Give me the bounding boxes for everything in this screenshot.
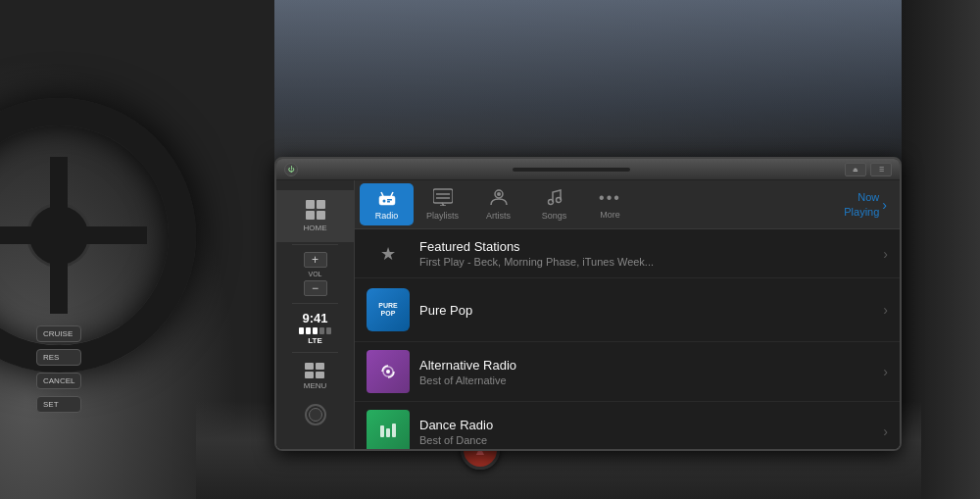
svg-rect-4 bbox=[387, 199, 392, 201]
tab-radio[interactable]: Radio bbox=[360, 183, 414, 225]
sidebar-item-menu[interactable]: MENU bbox=[276, 355, 354, 398]
featured-info: Featured Stations First Play - Beck, Mor… bbox=[419, 239, 873, 268]
spoke-vertical bbox=[50, 157, 68, 314]
alt-radio-thumbnail bbox=[367, 350, 410, 393]
tab-more-label: More bbox=[600, 210, 620, 220]
eject-button[interactable]: ⏏ bbox=[845, 163, 866, 176]
radio-icon bbox=[376, 188, 398, 206]
now-playing-chevron-icon: › bbox=[882, 197, 887, 213]
bezel-top-bar: ⏻ ⏏ ☰ bbox=[276, 159, 900, 180]
songs-svg-icon bbox=[545, 188, 564, 206]
dance-radio-chevron-icon: › bbox=[883, 424, 888, 439]
svg-rect-0 bbox=[379, 196, 395, 205]
home-circle-inner bbox=[309, 408, 322, 422]
tab-more[interactable]: ••• More bbox=[583, 184, 637, 225]
pure-pop-title: Pure Pop bbox=[419, 303, 873, 318]
home-circle-button[interactable] bbox=[305, 404, 326, 425]
menu-row-2 bbox=[305, 372, 326, 378]
playlists-icon bbox=[433, 188, 453, 208]
dance-radio-thumb-icon bbox=[376, 420, 400, 443]
tab-artists[interactable]: Artists bbox=[471, 183, 525, 225]
list-item-pure-pop[interactable]: PURE POP Pure Pop › bbox=[355, 278, 900, 342]
cancel-btn[interactable]: CANCEL bbox=[36, 373, 81, 389]
featured-subtitle: First Play - Beck, Morning Phase, iTunes… bbox=[419, 256, 873, 268]
menu-sq-4 bbox=[316, 372, 324, 378]
more-icon: ••• bbox=[599, 189, 621, 207]
tab-playlists[interactable]: Playlists bbox=[416, 183, 469, 225]
svg-rect-18 bbox=[386, 428, 390, 437]
head-unit: ⏻ ⏏ ☰ HOME + bbox=[274, 157, 902, 451]
svg-line-2 bbox=[391, 192, 393, 196]
bar-5 bbox=[326, 327, 331, 334]
tab-songs[interactable]: Songs bbox=[527, 183, 581, 225]
svg-point-3 bbox=[382, 200, 385, 203]
bar-2 bbox=[306, 327, 311, 334]
set-btn[interactable]: SET bbox=[36, 396, 81, 413]
now-playing-line2: Playing bbox=[844, 205, 879, 219]
radio-icon-wrapper bbox=[376, 188, 398, 208]
bar-1 bbox=[299, 327, 304, 334]
menu-sq-2 bbox=[316, 363, 324, 370]
svg-rect-5 bbox=[387, 201, 390, 203]
screen: HOME + VOL − 9:41 bbox=[276, 180, 900, 449]
power-button[interactable]: ⏻ bbox=[284, 163, 298, 176]
list-item-dance-radio[interactable]: Dance Radio Best of Dance › bbox=[355, 402, 900, 449]
volume-up-button[interactable]: + bbox=[304, 252, 327, 268]
alt-radio-thumb-icon bbox=[376, 360, 400, 383]
pure-pop-info: Pure Pop bbox=[419, 303, 873, 318]
svg-point-14 bbox=[556, 198, 561, 203]
dashboard: CRUISE RES CANCEL SET ▲ ⏻ ⏏ ☰ bbox=[0, 0, 980, 499]
list-item-alt-radio[interactable]: Alternative Radio Best of Alternative › bbox=[355, 342, 900, 402]
now-playing-line1: Now bbox=[844, 190, 879, 204]
time-display: 9:41 bbox=[299, 311, 331, 325]
nav-tabs-bar: Radio Playlis bbox=[355, 180, 900, 229]
dance-radio-title: Dance Radio bbox=[419, 418, 873, 432]
alt-radio-info: Alternative Radio Best of Alternative bbox=[419, 358, 873, 386]
cruise-label: CRUISE bbox=[36, 325, 81, 342]
home-grid-icon bbox=[306, 200, 325, 220]
spoke-horizontal bbox=[0, 226, 147, 244]
svg-point-12 bbox=[497, 192, 501, 196]
menu-grid-icon bbox=[305, 363, 326, 378]
dance-radio-subtitle: Best of Dance bbox=[419, 434, 873, 446]
steering-wheel bbox=[0, 98, 196, 373]
svg-point-13 bbox=[548, 200, 553, 205]
menu-bezel-button[interactable]: ☰ bbox=[870, 163, 892, 176]
artists-svg-icon bbox=[489, 188, 509, 206]
home-label: HOME bbox=[304, 224, 327, 232]
bar-4 bbox=[319, 327, 324, 334]
featured-chevron-icon: › bbox=[883, 246, 888, 262]
songs-icon bbox=[545, 188, 564, 208]
pure-pop-logo-line2: POP bbox=[381, 310, 396, 318]
pure-pop-chevron-icon: › bbox=[883, 302, 888, 318]
pure-pop-logo-line1: PURE bbox=[378, 302, 397, 310]
now-playing-text: Now Playing bbox=[844, 190, 879, 219]
tab-songs-label: Songs bbox=[542, 211, 567, 221]
svg-line-1 bbox=[381, 192, 383, 196]
menu-row-1 bbox=[305, 363, 326, 370]
alt-radio-title: Alternative Radio bbox=[419, 358, 873, 373]
svg-rect-17 bbox=[380, 425, 384, 437]
bezel-right-buttons: ⏏ ☰ bbox=[845, 163, 892, 176]
tab-playlists-label: Playlists bbox=[426, 211, 459, 221]
dance-radio-thumbnail bbox=[367, 410, 410, 449]
artists-icon bbox=[489, 188, 509, 208]
volume-down-button[interactable]: − bbox=[304, 280, 327, 296]
vol-label: VOL bbox=[308, 271, 321, 277]
main-content: Radio Playlis bbox=[355, 180, 900, 449]
lte-badge: LTE bbox=[299, 336, 331, 345]
now-playing-button[interactable]: Now Playing › bbox=[836, 185, 895, 224]
status-area: 9:41 LTE bbox=[294, 306, 336, 350]
alt-radio-chevron-icon: › bbox=[883, 364, 888, 379]
res-btn[interactable]: RES bbox=[36, 349, 81, 366]
menu-sq-3 bbox=[305, 372, 314, 378]
sidebar-item-home[interactable]: HOME bbox=[276, 190, 354, 242]
divider-3 bbox=[292, 352, 338, 353]
sidebar: HOME + VOL − 9:41 bbox=[276, 180, 355, 449]
divider-2 bbox=[292, 303, 338, 304]
tab-artists-label: Artists bbox=[486, 211, 511, 221]
svg-point-16 bbox=[386, 370, 390, 374]
menu-label: MENU bbox=[304, 381, 327, 390]
list-item-featured[interactable]: ★ Featured Stations First Play - Beck, M… bbox=[355, 229, 900, 278]
playlists-svg-icon bbox=[433, 188, 453, 206]
